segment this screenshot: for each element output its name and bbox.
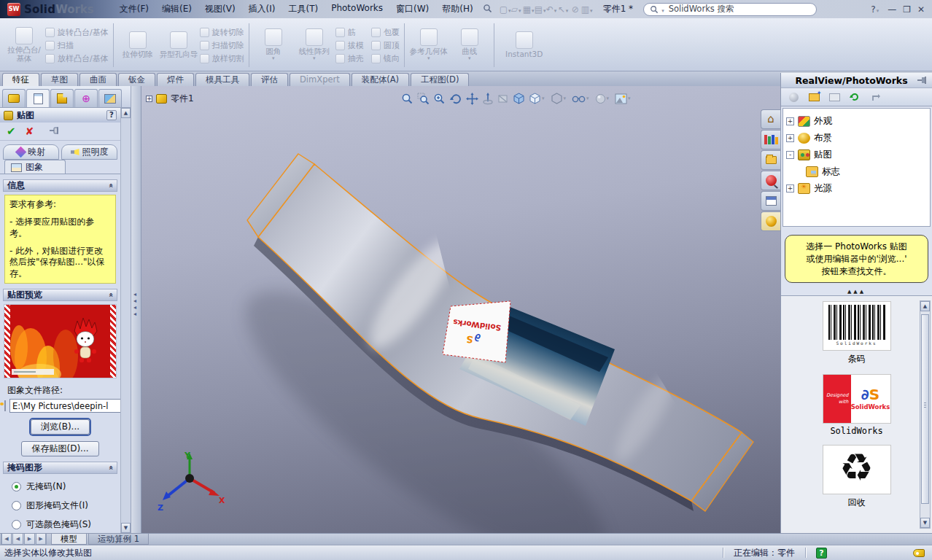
prev-tab-button[interactable]: ◀ [12,534,23,545]
scroll-down-icon[interactable]: ▼ [920,518,930,528]
scroll-up-icon[interactable]: ▲ [121,108,131,118]
scroll-thumb[interactable] [921,314,929,504]
select-cursor-icon[interactable]: ↖ [558,4,570,15]
collapse-icon[interactable]: - [786,151,794,159]
minimize-button[interactable]: — [888,4,896,15]
apply-scene-icon[interactable] [615,91,633,106]
extrude-boss-button[interactable]: 拉伸凸台/基体 [4,21,44,69]
tag-icon[interactable] [913,549,925,557]
decal-solidworks-logo[interactable]: ∂ S SolidWorks [443,301,510,362]
hide-show-items-icon[interactable] [572,91,591,106]
expand-icon[interactable]: + [786,184,794,192]
pm-help-button[interactable]: ? [106,110,117,120]
model-tab[interactable]: 模型 [51,534,87,545]
pm-scrollbar[interactable]: ▲ ▼ [120,108,131,533]
menu-search-icon[interactable] [483,4,492,15]
library-item-barcode[interactable]: SolidWorks 条码 [823,302,890,365]
menu-window[interactable]: 窗口(W) [389,1,435,18]
next-tab-button[interactable]: ▶ [24,534,35,545]
tab-sketch[interactable]: 草图 [41,73,78,86]
print-icon[interactable]: ▤ [535,4,546,15]
panel-splitter[interactable]: ◂◂◂◂ [131,86,141,533]
linear-pattern-button[interactable]: 线性阵列▾ [295,21,334,69]
open-folder-icon[interactable] [828,92,840,102]
mask-section-header[interactable]: 掩码图形 [3,462,117,474]
loft-cut-button[interactable]: 放样切割 [200,53,244,64]
task-pane-pin-icon[interactable] [917,75,928,86]
view-cube-icon[interactable] [513,91,525,106]
tree-item-appearance[interactable]: + 外观 [786,113,927,130]
sweep-cut-button[interactable]: 扫描切除 [200,40,244,51]
image-path-input[interactable] [9,399,122,413]
mask-file-option[interactable]: 图形掩码文件(I) [12,499,120,512]
tab-sheet-metal[interactable]: 钣金 [118,73,155,86]
menu-help[interactable]: 帮助(H) [435,1,479,18]
pin-button[interactable] [49,126,61,137]
scroll-up-icon[interactable]: ▲ [920,301,930,311]
shell-button[interactable]: 抽壳 [335,53,364,64]
propertymanager-tab[interactable] [26,89,50,107]
tab-evaluate[interactable]: 评估 [251,73,288,86]
ok-button[interactable]: ✔ [7,125,16,138]
solidworks-resources-tab[interactable]: ⌂ [761,109,780,129]
first-tab-button[interactable]: ◀ [1,534,12,545]
up-level-icon[interactable] [869,92,881,102]
info-section-header[interactable]: 信息 [3,179,117,192]
restore-button[interactable]: ❒ [903,4,911,15]
dome-button[interactable]: 圆顶 [371,40,400,51]
library-scrollbar[interactable]: ▲ ▼ [920,300,931,529]
expand-icon[interactable]: + [786,117,794,125]
menu-tools[interactable]: 工具(T) [281,1,325,18]
expand-icon[interactable]: + [786,134,794,142]
draft-button[interactable]: 拔模 [335,40,364,51]
search-tab[interactable] [761,171,780,190]
featuremanager-tab[interactable] [2,89,26,107]
rotate-view-icon[interactable] [449,91,462,106]
mirror-button[interactable]: 镜向 [371,53,400,64]
open-document-icon[interactable]: ▱ [511,4,523,15]
file-explorer-tab[interactable] [761,150,780,170]
tab-assembly[interactable]: 装配体(A) [352,73,409,86]
refresh-icon[interactable] [849,92,861,102]
tree-item-logo[interactable]: 标志 [806,163,927,180]
view-palette-tab[interactable] [761,191,780,211]
pan-icon[interactable] [466,91,478,106]
tab-illumination[interactable]: 照明度 [61,144,117,160]
solidworks-search-box[interactable]: SolidWorks 搜索 [643,3,817,16]
wrap-button[interactable]: 包覆 [371,27,400,38]
menu-photoworks[interactable]: PhotoWorks [325,1,389,18]
new-document-icon[interactable]: ▢ [500,4,511,15]
preview-section-header[interactable]: 贴图预览 [3,289,117,301]
tab-weldments[interactable]: 焊件 [157,73,194,86]
close-button[interactable]: ✕ [917,4,925,15]
menu-file[interactable]: 文件(F) [113,1,155,18]
dimxpertmanager-tab[interactable]: ⊕ [74,89,98,107]
save-icon[interactable]: ▦ [523,4,535,15]
save-decal-button[interactable]: 保存贴图(D)... [21,441,98,456]
rib-button[interactable]: 筋 [335,27,364,38]
tab-mold-tools[interactable]: 模具工具 [195,73,249,86]
zoom-in-out-icon[interactable] [433,91,446,106]
tab-features[interactable]: 特征 [2,73,39,86]
displaymanager-tab[interactable] [98,89,122,107]
edit-appearance-icon[interactable] [595,91,612,106]
normal-to-icon[interactable] [482,91,494,106]
mask-color-option[interactable]: 可选颜色掩码(S) [12,518,120,531]
menu-insert[interactable]: 插入(I) [242,1,282,18]
tree-item-scene[interactable]: + 布景 [786,130,927,147]
help-button[interactable]: ? [871,4,881,15]
tab-image[interactable]: 图象 [4,160,66,174]
search-scope-dropdown[interactable] [661,4,667,15]
mask-none-option[interactable]: 无掩码(N) [12,481,120,493]
model-3d[interactable]: ∂ S SolidWorks [141,86,780,533]
instant3d-button[interactable]: Instant3D [499,21,550,69]
graphics-viewport[interactable]: + 零件1 [141,86,780,533]
tab-surfaces[interactable]: 曲面 [79,73,117,86]
revolve-cut-button[interactable]: 旋转切除 [200,27,244,38]
extrude-cut-button[interactable]: 拉伸切除 [118,21,158,69]
scroll-down-icon[interactable]: ▼ [121,523,131,533]
tree-item-lights[interactable]: + 光源 [786,180,927,197]
tab-mapping[interactable]: 映射 [3,144,59,160]
revolve-boss-button[interactable]: 旋转凸台/基体 [45,27,109,38]
configurationmanager-tab[interactable] [50,89,74,107]
